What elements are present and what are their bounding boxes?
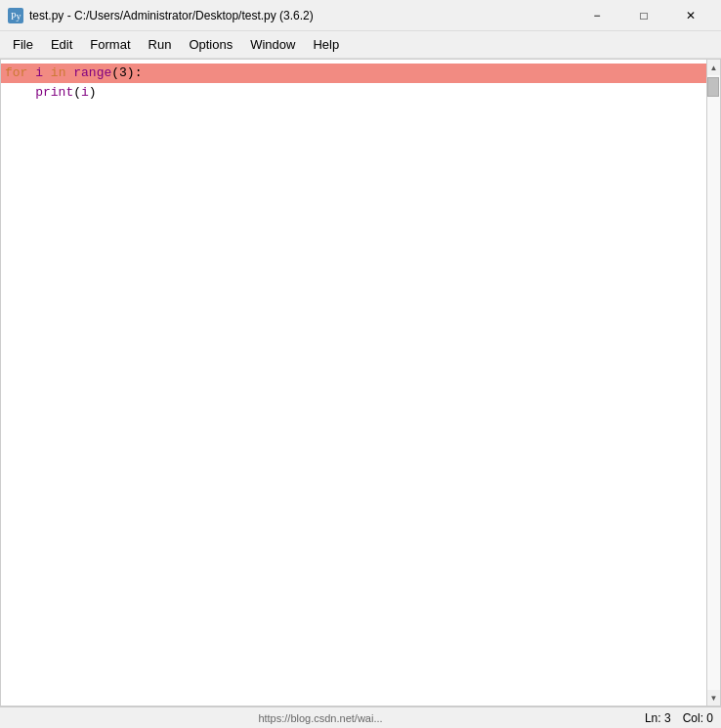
svg-text:Py: Py xyxy=(11,11,21,21)
window-controls: − □ ✕ xyxy=(574,0,713,31)
menu-item-options[interactable]: Options xyxy=(180,33,241,56)
token-kw-in: in xyxy=(43,64,73,83)
scroll-up-arrow[interactable]: ▲ xyxy=(707,60,721,75)
title-bar: Py test.py - C:/Users/Administrator/Desk… xyxy=(0,0,721,31)
token-plain: ( xyxy=(73,83,81,103)
status-col: Col: 0 xyxy=(683,711,713,725)
code-line-1: for i in range(3): xyxy=(1,64,706,83)
minimize-button[interactable]: − xyxy=(574,0,619,31)
status-ln: Ln: 3 xyxy=(645,711,671,725)
token-plain: (3): xyxy=(111,64,142,83)
token-var: i xyxy=(35,64,43,83)
code-editor[interactable]: for i in range(3): print(i) xyxy=(1,60,706,706)
editor-area: for i in range(3): print(i) ▲ ▼ xyxy=(0,59,721,707)
token-var: i xyxy=(81,83,89,103)
status-bar: https://blog.csdn.net/wai... Ln: 3 Col: … xyxy=(0,707,721,728)
status-url: https://blog.csdn.net/wai... xyxy=(8,712,633,724)
scroll-thumb[interactable] xyxy=(707,77,719,97)
window-title: test.py - C:/Users/Administrator/Desktop… xyxy=(29,9,574,22)
code-line-2: print(i) xyxy=(1,83,706,103)
scroll-track[interactable] xyxy=(707,75,720,690)
token-plain xyxy=(5,83,35,103)
maximize-button[interactable]: □ xyxy=(621,0,666,31)
menu-item-help[interactable]: Help xyxy=(304,33,348,56)
close-button[interactable]: ✕ xyxy=(668,0,713,31)
vertical-scrollbar[interactable]: ▲ ▼ xyxy=(706,60,720,706)
token-plain: ) xyxy=(89,83,97,103)
token-fn: print xyxy=(35,83,73,103)
app-icon: Py xyxy=(8,8,23,23)
menu-item-run[interactable]: Run xyxy=(140,33,181,56)
menu-bar: FileEditFormatRunOptionsWindowHelp xyxy=(0,31,721,59)
menu-item-edit[interactable]: Edit xyxy=(42,33,81,56)
menu-item-window[interactable]: Window xyxy=(241,33,304,56)
menu-item-format[interactable]: Format xyxy=(81,33,139,56)
token-kw-for: for xyxy=(5,64,35,83)
token-fn: range xyxy=(73,64,111,83)
menu-item-file[interactable]: File xyxy=(4,33,42,56)
scroll-down-arrow[interactable]: ▼ xyxy=(707,690,721,706)
